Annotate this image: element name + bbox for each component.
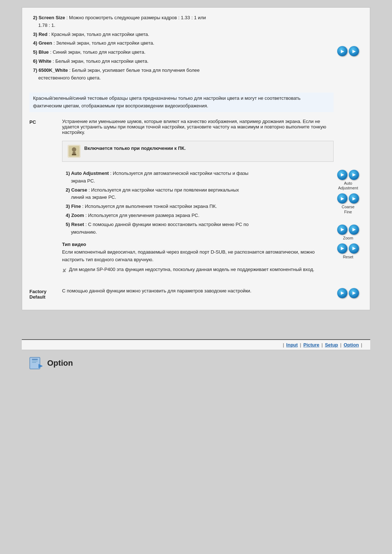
nav-separator: | — [282, 342, 285, 348]
icon-group-auto: ▶ ▶ AutoAdjustment — [337, 170, 359, 190]
svg-point-1 — [72, 147, 76, 152]
arrow-left-icon: ▶ — [341, 246, 344, 251]
btn-left-factory[interactable]: ▶ — [337, 288, 347, 298]
arrow-right-icon: ▶ — [352, 49, 355, 54]
reset-label: Reset — [343, 255, 354, 259]
right-icons-pc: ▶ ▶ AutoAdjustment ▶ — [334, 170, 363, 262]
item-label: 7) 6500K_White — [33, 67, 68, 73]
screen-items-list: 2) Screen Size : Можно просмотреть следу… — [29, 14, 334, 82]
option-title: Option — [47, 358, 73, 368]
arrow-right-icon: ▶ — [352, 227, 355, 232]
option-icon — [29, 357, 44, 370]
pc-items-list: 1) Auto Adjustment : Используется для ав… — [62, 170, 334, 236]
btn-left-coarse[interactable]: ▶ — [337, 193, 347, 204]
arrow-right-icon: ▶ — [352, 291, 355, 295]
svg-marker-8 — [38, 364, 43, 368]
nav-link-setup[interactable]: Setup — [323, 342, 339, 348]
color-note: Красный/зеленый/синий тестовые образцы ц… — [29, 93, 334, 112]
btn-left-6500k[interactable]: ▶ — [337, 46, 347, 56]
nav-link-picture[interactable]: Picture — [302, 342, 321, 348]
btn-right-reset[interactable]: ▶ — [349, 243, 359, 254]
nav-separator: | — [360, 342, 363, 348]
item-text: : Синий экран, только для настройки цвет… — [50, 49, 146, 55]
auto-label: AutoAdjustment — [338, 181, 358, 190]
nav-separator: | — [299, 342, 302, 348]
nav-link-option[interactable]: Option — [342, 342, 360, 348]
x-note: ✘ Для модели SP-P400 эта функция недосту… — [62, 266, 334, 275]
video-type-text: Если компонентный видеосигнал, подаваемы… — [62, 249, 334, 264]
right-icons-factory: ▶ ▶ — [334, 288, 363, 298]
warning-box: Включается только при подключении к ПК. — [62, 141, 334, 162]
pc-list-item: 5) Reset : С помощью данной функции можн… — [62, 221, 334, 236]
item-text: : Используется для выполнения тонкой нас… — [82, 204, 217, 209]
btn-left-reset[interactable]: ▶ — [337, 243, 347, 254]
icon-pair-auto: ▶ ▶ — [337, 170, 359, 180]
nav-link-input[interactable]: Input — [285, 342, 299, 348]
nav-bar: | Input | Picture | Setup | Option | — [22, 340, 370, 350]
item-label: 1) Auto Adjustment — [66, 171, 109, 176]
svg-rect-5 — [32, 359, 38, 360]
svg-rect-3 — [72, 154, 76, 155]
coarse-label: CoarseFine — [342, 205, 354, 214]
item-label: 2) Coarse — [66, 187, 87, 193]
item-label: 5) Reset — [66, 222, 84, 227]
pc-list-item: 3) Fine : Используется для выполнения то… — [62, 203, 334, 210]
btn-right-factory[interactable]: ▶ — [349, 288, 359, 298]
pc-list-item: 4) Zoom : Используется для увеличения ра… — [62, 212, 334, 219]
arrow-right-icon: ▶ — [352, 196, 355, 201]
icon-group-zoom: ▶ ▶ Zoom — [337, 225, 359, 241]
btn-right-6500k[interactable]: ▶ — [349, 46, 359, 56]
icon-pair-zoom: ▶ ▶ — [337, 225, 359, 235]
btn-right-zoom[interactable]: ▶ — [349, 225, 359, 235]
item-text: : Используется для увеличения размера эк… — [85, 213, 199, 218]
btn-right-coarse[interactable]: ▶ — [349, 193, 359, 204]
icon-pair-factory: ▶ ▶ — [337, 288, 359, 298]
svg-rect-7 — [32, 362, 36, 363]
svg-rect-6 — [32, 361, 38, 361]
content-box: 2) Screen Size : Можно просмотреть следу… — [22, 7, 370, 310]
right-icons-6500k: ▶ ▶ — [334, 14, 363, 56]
option-header: Option — [29, 357, 370, 370]
item-label: 6) White — [33, 58, 52, 64]
list-item: 4) Green : Зеленый экран, только для нас… — [29, 40, 334, 47]
icon-pair-6500k: ▶ ▶ — [337, 46, 359, 56]
pc-label: PC — [29, 119, 62, 125]
warning-icon — [68, 145, 81, 158]
item-label: 5) Blue — [33, 49, 49, 55]
item-text: : Белый экран, только для настройки цвет… — [53, 58, 148, 64]
list-item: 3) Red : Красный экран, только для настр… — [29, 31, 334, 38]
arrow-left-icon: ▶ — [341, 49, 344, 54]
item-text: : Зеленый экран, только для настройки цв… — [53, 40, 154, 46]
btn-left-auto[interactable]: ▶ — [337, 170, 347, 180]
btn-right-auto[interactable]: ▶ — [349, 170, 359, 180]
pc-list-item: 1) Auto Adjustment : Используется для ав… — [62, 170, 334, 185]
factory-text: С помощью данной функции можно установит… — [62, 288, 334, 294]
icon-pair-reset: ▶ ▶ — [337, 243, 359, 254]
arrow-right-icon: ▶ — [352, 246, 355, 251]
arrow-left-icon: ▶ — [341, 291, 344, 295]
item-text: : Используется для настройки частоты при… — [66, 187, 239, 200]
pc-text: Устранение или уменьшение шумов, которые… — [62, 119, 334, 135]
x-note-text: Для модели SP-P400 эта функция недоступн… — [69, 266, 314, 274]
item-text: : С помощью данной функции можно восстан… — [66, 222, 249, 235]
page-wrapper: 2) Screen Size : Можно просмотреть следу… — [0, 0, 392, 554]
list-item: 5) Blue : Синий экран, только для настро… — [29, 49, 334, 56]
item-text: : Красный экран, только для настройки цв… — [49, 32, 149, 37]
arrow-left-icon: ▶ — [341, 227, 344, 232]
zoom-label: Zoom — [343, 236, 353, 241]
item-label: 2) Screen Size — [33, 15, 65, 20]
x-icon: ✘ — [62, 266, 67, 275]
nav-separator: | — [321, 342, 323, 348]
video-type-section: Тип видео Если компонентный видеосигнал,… — [62, 242, 334, 275]
btn-left-zoom[interactable]: ▶ — [337, 225, 347, 235]
item-label: 3) Fine — [66, 204, 81, 209]
arrow-left-icon: ▶ — [341, 172, 344, 177]
icon-group-coarse: ▶ ▶ CoarseFine — [337, 193, 359, 214]
item-label: 4) Zoom — [66, 213, 84, 218]
factory-label: Factory Default — [29, 288, 62, 300]
item-label: 3) Red — [33, 32, 48, 37]
pc-list-item: 2) Coarse : Используется для настройки ч… — [62, 186, 334, 202]
warning-text: Включается только при подключении к ПК. — [84, 145, 185, 152]
icon-pair-coarse: ▶ ▶ — [337, 193, 359, 204]
arrow-left-icon: ▶ — [341, 196, 344, 201]
